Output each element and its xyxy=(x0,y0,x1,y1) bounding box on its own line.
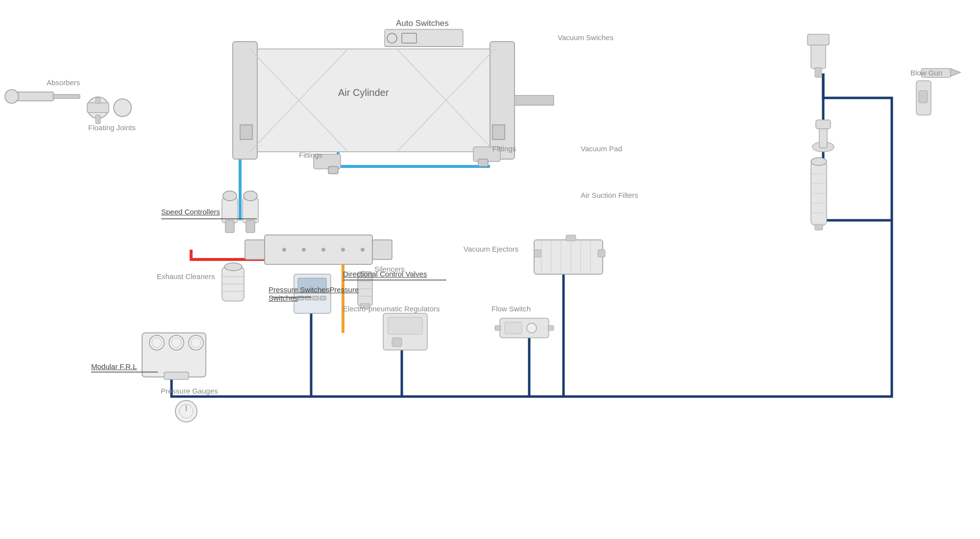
svg-rect-100 xyxy=(96,115,100,124)
svg-rect-87 xyxy=(815,224,823,230)
svg-rect-63 xyxy=(505,322,522,334)
diagram-container: Auto Switches Air Cylinder Absorbers Flo… xyxy=(0,0,980,539)
svg-point-23 xyxy=(321,248,325,252)
label-absorbers: Absorbers xyxy=(47,78,80,87)
label-silencers: Silencers xyxy=(374,265,405,273)
svg-rect-90 xyxy=(816,120,831,129)
label-air-suction-filters: Air Suction Filters xyxy=(581,191,638,199)
svg-rect-26 xyxy=(245,240,265,259)
svg-rect-69 xyxy=(598,250,605,257)
svg-point-44 xyxy=(224,263,242,271)
svg-rect-49 xyxy=(388,317,422,334)
label-modular-frl[interactable]: Modular F.R.L xyxy=(91,362,137,371)
svg-rect-79 xyxy=(815,68,822,77)
label-auto-switches: Auto Switches xyxy=(396,19,449,28)
label-vacuum-switches: Vacuum Swiches xyxy=(558,33,613,42)
svg-rect-50 xyxy=(392,338,402,347)
svg-point-81 xyxy=(811,158,827,165)
svg-point-22 xyxy=(302,248,306,252)
svg-point-64 xyxy=(527,323,537,333)
pneumatic-diagram-svg xyxy=(0,0,980,539)
svg-rect-96 xyxy=(53,94,80,98)
label-fittings-left: Fittings xyxy=(299,151,322,159)
label-fittings-right: Fittings xyxy=(492,144,516,153)
label-pressure-gauges: Pressure Gauges xyxy=(161,387,218,395)
svg-rect-77 xyxy=(811,44,826,69)
svg-rect-99 xyxy=(87,103,109,113)
svg-rect-66 xyxy=(548,326,554,330)
svg-point-97 xyxy=(5,90,19,103)
svg-marker-93 xyxy=(951,69,960,76)
svg-rect-16 xyxy=(225,220,234,233)
label-vacuum-ejectors: Vacuum Ejectors xyxy=(464,245,518,253)
svg-rect-5 xyxy=(492,125,505,140)
svg-rect-10 xyxy=(385,29,463,47)
svg-rect-67 xyxy=(534,240,603,274)
label-speed-controllers[interactable]: Speed Controllers xyxy=(161,208,220,216)
label-pressure-switches[interactable]: Pressure SwitchesPressureSwitches xyxy=(269,285,359,302)
svg-rect-2 xyxy=(490,42,514,159)
svg-point-102 xyxy=(114,99,131,117)
svg-rect-65 xyxy=(495,326,501,330)
label-vacuum-pad: Vacuum Pad xyxy=(581,144,622,153)
svg-rect-95 xyxy=(15,92,54,101)
svg-rect-4 xyxy=(240,125,252,140)
svg-rect-94 xyxy=(919,91,928,103)
svg-rect-19 xyxy=(246,220,255,233)
svg-rect-27 xyxy=(372,240,392,259)
svg-rect-78 xyxy=(808,34,829,45)
label-blow-gun: Blow Gun xyxy=(910,69,942,77)
svg-rect-68 xyxy=(534,250,541,257)
label-exhaust-cleaners: Exhaust Cleaners xyxy=(157,272,215,281)
svg-point-25 xyxy=(361,248,365,252)
svg-point-21 xyxy=(282,248,286,252)
svg-rect-29 xyxy=(328,166,338,174)
svg-rect-89 xyxy=(819,127,827,148)
label-air-cylinder: Air Cylinder xyxy=(338,87,389,98)
svg-point-24 xyxy=(341,248,345,252)
svg-rect-3 xyxy=(514,95,554,105)
svg-point-18 xyxy=(244,191,257,201)
svg-rect-101 xyxy=(96,98,100,104)
svg-rect-31 xyxy=(478,159,488,166)
label-flow-switch: Flow Switch xyxy=(491,305,531,313)
label-electro-pneumatic-regulators: Electro-pneumatic Regulators xyxy=(343,305,440,313)
svg-point-15 xyxy=(223,191,237,201)
svg-rect-58 xyxy=(164,372,189,379)
svg-rect-20 xyxy=(265,235,372,264)
label-floating-joints: Floating Joints xyxy=(88,123,136,132)
svg-rect-1 xyxy=(233,42,257,159)
svg-rect-0 xyxy=(250,49,495,152)
